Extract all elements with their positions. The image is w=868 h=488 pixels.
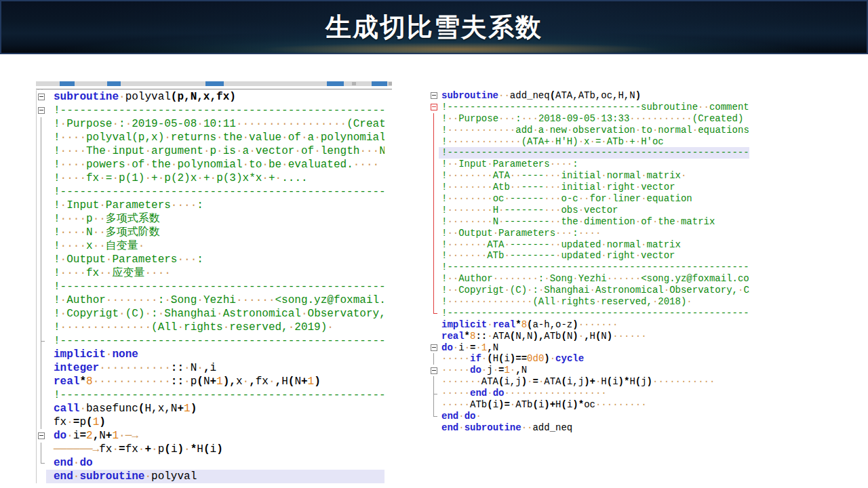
code-line[interactable]: do·i·=·1,N <box>427 342 749 354</box>
fold-margin <box>36 348 46 361</box>
code-line[interactable]: !····x··自变量· <box>36 239 384 253</box>
code-line[interactable]: subroutine··add_neq(ATA,ATb,oc,H,N) <box>427 90 749 102</box>
code-line[interactable]: fx·=p(1) <box>36 415 384 429</box>
code-line[interactable]: call·basefunc(H,x,N+1) <box>36 402 384 415</box>
code-text: !·······ATb·--------·updated·right·vecto… <box>439 250 749 262</box>
code-text: !·Input·Parameters····: <box>46 199 384 212</box>
code-line[interactable]: !·······ATA·-------··updated·normal·matr… <box>427 239 749 251</box>
code-line[interactable]: !····polyval(p,x)·returns·the·value·of·a… <box>36 131 384 144</box>
code-line[interactable]: !····p··多项式系数 <box>36 212 384 226</box>
code-text: ·····do·j·=1·,N <box>439 365 749 376</box>
fold-margin <box>36 226 46 239</box>
code-line[interactable]: !··Input·Parameters····: <box>427 159 749 170</box>
code-line[interactable]: ──────→fx·=fx·+·p(i)·*H(i) <box>36 443 384 456</box>
code-line[interactable]: end·subroutine··add_neq <box>427 422 749 434</box>
code-text: !---------------------------------------… <box>46 334 384 348</box>
fold-toggle-icon[interactable] <box>429 365 439 376</box>
fold-margin <box>429 193 439 205</box>
code-line[interactable]: ·····end·do·················· <box>427 388 749 399</box>
code-line[interactable]: ·····if·(H(i)==0d0)·cycle <box>427 353 749 365</box>
fold-toggle-icon[interactable] <box>36 104 46 117</box>
code-line[interactable]: !····N··多项式阶数 <box>36 226 384 239</box>
code-line[interactable]: !---------------------------------------… <box>36 185 384 199</box>
code-line[interactable]: !····The·input·argument·p·is·a·vector·of… <box>36 144 384 158</box>
code-line[interactable]: !········H·-------···obs·vector <box>427 205 749 216</box>
code-line[interactable]: implicit·none <box>36 348 384 361</box>
code-line[interactable]: !····fx··应变量···· <box>36 266 384 280</box>
code-line[interactable]: !····powers·of·the·polynomial·to·be·eval… <box>36 158 384 171</box>
code-line[interactable]: !·Author········:·Song·Yezhi······<song.… <box>36 293 384 307</box>
fold-margin <box>36 321 46 334</box>
strip-segment <box>107 81 121 86</box>
code-text: !········H·-------···obs·vector <box>439 205 749 216</box>
code-line[interactable]: !---------------------------------------… <box>427 262 749 273</box>
code-text: !····p··多项式系数 <box>46 212 384 226</box>
code-line[interactable]: integer···········::·N·,i <box>36 361 384 375</box>
code-line[interactable]: end·subroutine·polyval <box>36 470 384 483</box>
code-line[interactable]: ·····ATb(i)=·ATb(i)+H(i)*oc········· <box>427 399 749 411</box>
fold-margin <box>429 422 439 434</box>
fold-toggle-icon[interactable] <box>36 90 46 104</box>
code-line[interactable]: !········N·--------··the·dimention·of·th… <box>427 216 749 228</box>
fold-toggle-icon[interactable] <box>429 342 439 354</box>
code-line[interactable]: !---------------------------------------… <box>36 388 384 402</box>
code-line[interactable]: subroutine·polyval(p,N,x,fx) <box>36 90 384 104</box>
fold-margin <box>36 470 46 483</box>
code-text: real*8::·ATA(N,N),ATb(N)·,H(N)······ <box>439 331 749 342</box>
code-line[interactable]: !········ATA··----···initial·normal·matr… <box>427 170 749 182</box>
code-line[interactable]: !·············(ATA+·H'H)·x·=·ATb·+·H'oc <box>427 136 749 148</box>
scroll-strip[interactable] <box>36 81 392 90</box>
code-line[interactable]: !---------------------------------------… <box>427 147 749 159</box>
code-line[interactable]: do·i=2,N+1·─→ <box>36 429 384 443</box>
code-line[interactable]: !········Atb··----···initial·right·vecto… <box>427 182 749 193</box>
code-text: !·Copyrigt·(C)·:·Shanghai·Astronomical·O… <box>46 307 384 321</box>
code-text: !··Output·Parameters···:···· <box>439 228 749 239</box>
fold-margin <box>36 117 46 131</box>
code-line[interactable]: !············add·a·new·observation·to·no… <box>427 125 749 136</box>
code-line[interactable]: implicit·real*8(a-h,o-z)······· <box>427 319 749 331</box>
code-text: !········Atb··----···initial·right·vecto… <box>439 182 749 193</box>
code-line[interactable]: !····fx·=·p(1)·+·p(2)x·+·p(3)x*x·+·.... <box>36 171 384 185</box>
fold-margin <box>36 443 46 456</box>
code-line[interactable]: !··Purpose···:···2018-09-05·13:33·······… <box>427 113 749 125</box>
code-text: subroutine·polyval(p,N,x,fx) <box>46 90 384 104</box>
fold-margin <box>36 280 46 293</box>
code-line[interactable]: !·Purpose·:·2019-05-08·10:11············… <box>36 117 384 131</box>
fold-toggle-icon[interactable] <box>429 90 439 102</box>
right-code-panel[interactable]: subroutine··add_neq(ATA,ATb,oc,H,N)!----… <box>427 90 749 435</box>
code-line[interactable]: !---------------------------------------… <box>36 334 384 348</box>
code-line[interactable]: !··Copyrigt·(C)·:·Shanghai·Astronomical·… <box>427 285 749 296</box>
code-line[interactable]: real*8············::·p(N+1),x·,fx·,H(N+1… <box>36 375 384 388</box>
code-line[interactable]: end·do <box>36 456 384 470</box>
fold-toggle-icon[interactable] <box>429 102 439 113</box>
code-line[interactable]: ·····do·j·=1·,N <box>427 365 749 376</box>
code-text: !··Purpose···:···2018-09-05·13:33·······… <box>439 113 749 125</box>
code-line[interactable]: !·······ATb·--------·updated·right·vecto… <box>427 250 749 262</box>
code-line[interactable]: !··Author········:·Song·Yezhi······<song… <box>427 273 749 285</box>
fold-margin <box>429 125 439 136</box>
code-text: !····The·input·argument·p·is·a·vector·of… <box>46 144 384 158</box>
code-line[interactable]: !·Copyrigt·(C)·:·Shanghai·Astronomical·O… <box>36 307 384 321</box>
code-line[interactable]: !---------------------------------------… <box>36 280 384 293</box>
left-code-panel[interactable]: subroutine·polyval(p,N,x,fx)!-----------… <box>36 90 384 485</box>
code-line[interactable]: real*8::·ATA(N,N),ATb(N)·,H(N)······ <box>427 331 749 342</box>
code-text: real*8············::·p(N+1),x·,fx·,H(N+1… <box>46 375 384 388</box>
code-line[interactable]: end·do· <box>427 411 749 422</box>
code-line[interactable]: !----------------------------------subro… <box>427 102 749 113</box>
fold-margin <box>429 296 439 308</box>
code-line[interactable]: !·Input·Parameters····: <box>36 199 384 212</box>
code-line[interactable]: !··Output·Parameters···:···· <box>427 228 749 239</box>
code-line[interactable]: !········oc·------···o-c··for·liner·equa… <box>427 193 749 205</box>
code-line[interactable]: !---------------------------------------… <box>427 308 749 319</box>
code-line[interactable]: !·Output·Parameters···: <box>36 253 384 266</box>
code-line[interactable]: !---------------------------------------… <box>36 104 384 117</box>
code-line[interactable]: !···············(All·rights·reserved,·20… <box>427 296 749 308</box>
fold-toggle-icon[interactable] <box>36 429 46 443</box>
code-line[interactable]: ·······ATA(i,j)·=·ATA(i,j)+·H(i)*H(j)···… <box>427 376 749 388</box>
fold-margin <box>36 212 46 226</box>
code-text: !········N·--------··the·dimention·of·th… <box>439 216 749 228</box>
code-line[interactable]: !··············(All·rights·reserved,·201… <box>36 321 384 334</box>
code-text: end·subroutine··add_neq <box>439 422 749 434</box>
code-text: implicit·real*8(a-h,o-z)······· <box>439 319 749 331</box>
code-text: implicit·none <box>46 348 384 361</box>
